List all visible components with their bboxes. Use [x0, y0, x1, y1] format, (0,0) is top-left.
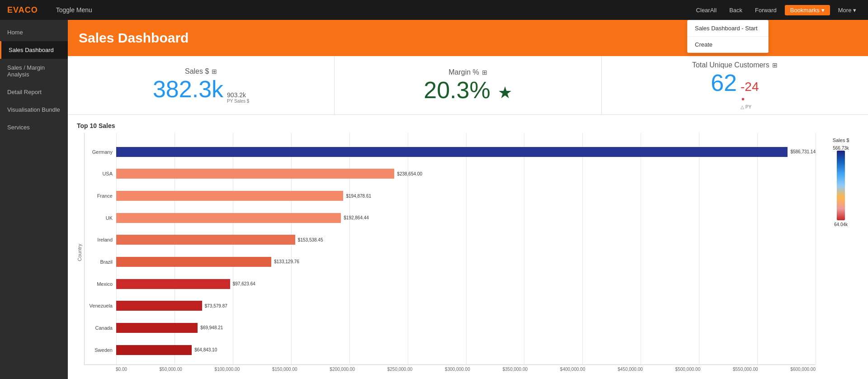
sidebar-item-visualisation-bundle[interactable]: Visualisation Bundle	[0, 101, 68, 118]
sidebar-item-sales-dashboard[interactable]: Sales Dashboard	[0, 41, 68, 59]
bookmarks-button[interactable]: Bookmarks ▾	[785, 5, 830, 15]
external-link-icon-2[interactable]: ⊞	[482, 69, 487, 76]
bar-fill	[116, 169, 394, 179]
bar-chart: Country Germany$586,731.14USA$238,654.00…	[77, 133, 859, 372]
dashboard-title: Sales Dashboard	[79, 30, 189, 46]
bar-track[interactable]: $64,843.10	[116, 345, 816, 355]
bar-track[interactable]: $69,948.21	[116, 323, 816, 333]
bookmark-item-create[interactable]: Create	[688, 37, 768, 52]
bar-value-label: $133,129.76	[274, 259, 299, 264]
x-tick: $600,000.00	[790, 367, 816, 372]
kpi-customers-main-value: 62	[711, 71, 737, 95]
legend-title: Sales $	[833, 137, 849, 143]
kpi-sales-value-row: 382.3k 903.2k PY Sales $	[153, 77, 249, 104]
kpi-margin-label: Margin % ⊞	[448, 68, 487, 76]
chart-title: Top 10 Sales	[77, 122, 859, 129]
bar-value-label: $69,948.21	[200, 325, 223, 330]
logo: EVACO	[7, 5, 38, 15]
back-button[interactable]: Back	[725, 5, 747, 15]
x-axis: $0.00$50,000.00$100,000.00$150,000.00$20…	[84, 367, 816, 372]
bar-track[interactable]: $194,878.61	[116, 191, 816, 201]
kpi-sales-py-value: 903.2k	[227, 91, 249, 99]
toggle-menu-button[interactable]: Toggle Menu	[56, 6, 92, 14]
scale-max: 566.73k	[833, 146, 849, 151]
top-navigation: EVACO Toggle Menu ClearAll Back Forward …	[0, 0, 868, 20]
sidebar: Home Sales Dashboard Sales / Margin Anal…	[0, 20, 68, 379]
bar-track[interactable]: $133,129.76	[116, 257, 816, 267]
chart-inner: Germany$586,731.14USA$238,654.00France$1…	[84, 133, 816, 372]
country-label: Germany	[85, 149, 116, 155]
external-link-icon[interactable]: ⊞	[212, 68, 217, 75]
bar-fill	[116, 257, 271, 267]
bar-track[interactable]: $586,731.14	[116, 147, 816, 157]
x-tick: $350,000.00	[502, 367, 528, 372]
external-link-icon-3[interactable]: ⊞	[772, 62, 778, 69]
country-label: Ireland	[85, 237, 116, 242]
x-tick: $250,000.00	[387, 367, 413, 372]
kpi-sales-main-value: 382.3k	[153, 77, 223, 101]
kpi-customers-delta-label: △ PY	[741, 104, 759, 109]
legend-area: Sales $ 566.73k 64.04k	[823, 133, 859, 372]
table-row: Germany$586,731.14	[85, 142, 816, 161]
country-label: Sweden	[85, 347, 116, 353]
table-row: Mexico$97,623.64	[85, 275, 816, 293]
table-row: Venezuela$73,579.87	[85, 297, 816, 315]
country-label: France	[85, 193, 116, 199]
table-row: Ireland$153,538.45	[85, 231, 816, 249]
nav-actions: ClearAll Back Forward Bookmarks ▾ More ▾	[692, 5, 861, 15]
x-tick: $50,000.00	[160, 367, 182, 372]
bar-track[interactable]: $73,579.87	[116, 301, 816, 311]
bar-fill	[116, 301, 202, 311]
x-tick: $100,000.00	[215, 367, 240, 372]
country-label: Canada	[85, 325, 116, 331]
bar-track[interactable]: $238,654.00	[116, 169, 816, 179]
x-tick: $0.00	[116, 367, 127, 372]
bar-fill	[116, 191, 343, 201]
kpi-customers-label: Total Unique Customers ⊞	[692, 61, 778, 69]
bar-track[interactable]: $153,538.45	[116, 235, 816, 245]
color-scale-container: 566.73k 64.04k	[833, 146, 849, 227]
bar-track[interactable]: $192,864.44	[116, 213, 816, 223]
bar-value-label: $73,579.87	[205, 303, 227, 308]
x-tick: $400,000.00	[560, 367, 585, 372]
bar-fill	[116, 213, 341, 223]
clearall-button[interactable]: ClearAll	[692, 5, 722, 15]
country-label: Mexico	[85, 281, 116, 287]
bookmark-item-start[interactable]: Sales Dashboard - Start	[688, 20, 768, 37]
bar-value-label: $192,864.44	[344, 215, 369, 220]
more-button[interactable]: More ▾	[834, 5, 861, 15]
kpi-customers-secondary: -24 • △ PY	[741, 80, 759, 109]
kpi-margin-main-value: 20.3%	[424, 78, 490, 102]
kpi-customers-delta: -24	[741, 80, 759, 94]
bar-track[interactable]: $97,623.64	[116, 279, 816, 289]
x-tick: $300,000.00	[445, 367, 470, 372]
bar-value-label: $586,731.14	[790, 149, 816, 154]
country-label: Venezuela	[85, 303, 116, 308]
sidebar-item-home[interactable]: Home	[0, 24, 68, 41]
bar-fill	[116, 279, 230, 289]
kpi-sales: Sales $ ⊞ 382.3k 903.2k PY Sales $	[68, 56, 335, 114]
bookmarks-dropdown: Sales Dashboard - Start Create	[687, 20, 769, 53]
x-tick: $150,000.00	[272, 367, 297, 372]
bar-fill	[116, 323, 198, 333]
sidebar-item-services[interactable]: Services	[0, 118, 68, 136]
forward-button[interactable]: Forward	[750, 5, 781, 15]
country-label: USA	[85, 171, 116, 176]
x-tick: $200,000.00	[330, 367, 355, 372]
country-label: UK	[85, 215, 116, 221]
table-row: UK$192,864.44	[85, 208, 816, 227]
star-icon: ★	[498, 83, 512, 102]
table-row: Brazil$133,129.76	[85, 252, 816, 271]
grid-line	[816, 133, 816, 365]
sidebar-item-sales-margin[interactable]: Sales / Margin Analysis	[0, 59, 68, 83]
kpi-customers: Total Unique Customers ⊞ 62 -24 • △ PY	[602, 56, 868, 114]
bar-fill	[116, 235, 295, 245]
content-area: Sales Dashboard Sales $ ⊞ 382.3k 903.2k …	[68, 20, 868, 379]
country-label: Brazil	[85, 259, 116, 265]
scale-min: 64.04k	[834, 222, 848, 227]
x-tick: $550,000.00	[733, 367, 758, 372]
x-tick: $500,000.00	[675, 367, 701, 372]
bar-value-label: $97,623.64	[233, 281, 255, 286]
sidebar-item-detail-report[interactable]: Detail Report	[0, 83, 68, 101]
chart-area: Top 10 Sales Country Germany$586,731.14U…	[68, 115, 868, 379]
